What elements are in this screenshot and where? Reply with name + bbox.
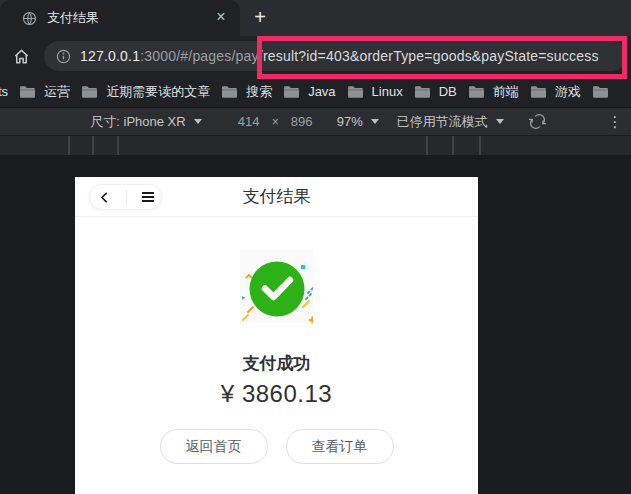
url-text: 127.0.0.1:3000/#/pages/pay/result?id=403… xyxy=(80,48,599,64)
chevron-down-icon xyxy=(371,119,379,124)
pay-status-text: 支付成功 xyxy=(75,352,478,375)
bookmark-label: 搜索 xyxy=(246,83,272,101)
chevron-down-icon xyxy=(194,119,202,124)
zoom-select[interactable]: 97% xyxy=(335,114,379,129)
device-viewport: 支付结果 支付成功 xyxy=(75,177,478,494)
kebab-menu-icon[interactable]: ⋮ xyxy=(607,108,623,136)
ruler-tick xyxy=(117,136,119,155)
rotate-device-icon[interactable] xyxy=(528,112,547,131)
bookmark-folder-item[interactable]: 运营 xyxy=(19,83,70,101)
bookmarks-bar: ts 运营 近期需要读的文章 xyxy=(0,76,631,107)
bookmark-label: Java xyxy=(308,84,335,99)
folder-icon xyxy=(414,85,431,99)
bookmark-folder-item[interactable]: DB xyxy=(414,84,457,99)
new-tab-button[interactable]: + xyxy=(248,6,272,30)
folder-icon xyxy=(81,85,98,99)
folder-icon xyxy=(19,85,36,99)
folder-icon xyxy=(592,85,609,99)
folder-icon xyxy=(347,85,364,99)
bookmark-folder-item[interactable]: 游戏 xyxy=(530,83,581,101)
device-toolbar: 尺寸: iPhone XR 414 × 896 97% 已停用节流模式 ⋮ xyxy=(0,107,631,135)
folder-icon xyxy=(468,85,485,99)
bookmark-folder-item[interactable]: Java xyxy=(283,84,335,99)
ruler-tick xyxy=(426,136,428,155)
browser-tab[interactable]: 支付结果 × xyxy=(0,0,240,36)
url-query-highlighted: /result?id=403&orderType=goods&payState=… xyxy=(259,48,599,64)
pay-amount: ¥ 3860.13 xyxy=(75,380,478,408)
bookmark-label: DB xyxy=(439,84,457,99)
bookmark-folder-item[interactable]: Linux xyxy=(347,84,403,99)
viewport-height-input[interactable]: 896 xyxy=(285,114,319,129)
bookmark-label: ts xyxy=(0,84,8,99)
view-order-button[interactable]: 查看订单 xyxy=(286,429,394,464)
ruler-tick xyxy=(68,136,70,155)
chevron-down-icon xyxy=(496,119,504,124)
bookmark-folder-item[interactable]: 搜索 xyxy=(221,83,272,101)
bookmark-label: 近期需要读的文章 xyxy=(106,83,210,101)
folder-icon xyxy=(221,85,238,99)
bookmark-folder-item[interactable]: 前端 xyxy=(468,83,519,101)
folder-icon xyxy=(283,85,300,99)
throttle-select[interactable]: 已停用节流模式 xyxy=(395,113,504,131)
device-select[interactable]: 尺寸: iPhone XR xyxy=(88,113,201,131)
bookmark-label: 游戏 xyxy=(555,83,581,101)
device-mode-strip xyxy=(0,135,631,155)
back-home-button[interactable]: 返回首页 xyxy=(160,429,268,464)
ruler-tick xyxy=(479,136,481,155)
bookmark-label: 运营 xyxy=(44,83,70,101)
page-nav-bar: 支付结果 xyxy=(75,177,478,217)
viewport-width-input[interactable]: 414 xyxy=(232,114,266,129)
page-title: 支付结果 xyxy=(75,177,478,217)
browser-toolbar: 127.0.0.1:3000/#/pages/pay/result?id=403… xyxy=(0,36,631,76)
times-separator: × xyxy=(272,115,279,129)
address-bar[interactable]: 127.0.0.1:3000/#/pages/pay/result?id=403… xyxy=(44,41,627,71)
bookmark-label: Linux xyxy=(372,84,403,99)
folder-icon xyxy=(530,85,547,99)
bookmark-folder-item[interactable]: 近期需要读的文章 xyxy=(81,83,210,101)
close-tab-icon[interactable]: × xyxy=(212,9,230,27)
bookmark-label: 前端 xyxy=(493,83,519,101)
tab-title: 支付结果 xyxy=(47,9,212,27)
tab-strip: 支付结果 × + xyxy=(0,0,631,36)
bookmark-folder-item[interactable]: ts xyxy=(0,84,8,99)
device-select-label: 尺寸: iPhone XR xyxy=(90,113,185,131)
globe-icon xyxy=(22,11,37,26)
bookmark-folder-item[interactable] xyxy=(592,85,617,99)
home-icon[interactable] xyxy=(10,45,32,67)
ruler-tick xyxy=(452,136,454,155)
pay-success-illustration xyxy=(240,250,313,323)
throttle-select-label: 已停用节流模式 xyxy=(397,113,488,131)
action-buttons: 返回首页 查看订单 xyxy=(75,429,478,464)
info-icon[interactable] xyxy=(56,49,71,64)
url-host: 127.0.0.1 xyxy=(80,48,140,64)
browser-window: 支付结果 × + 127.0.0.1:3000/#/pages/pay/resu… xyxy=(0,0,631,494)
device-stage: 支付结果 支付成功 xyxy=(0,155,631,494)
ruler-tick xyxy=(92,136,94,155)
url-path: :3000/#/pages/pay xyxy=(140,48,259,64)
zoom-select-label: 97% xyxy=(337,114,363,129)
